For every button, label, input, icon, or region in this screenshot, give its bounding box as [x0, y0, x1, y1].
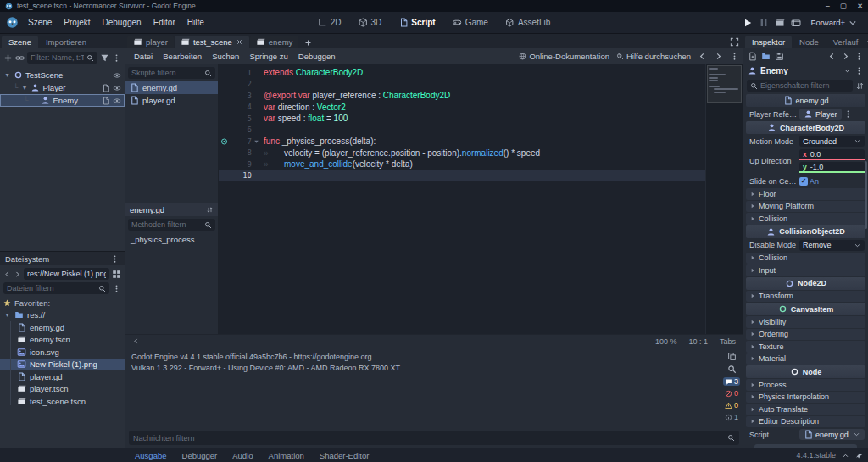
indent-type[interactable]: Tabs	[720, 337, 736, 346]
output-count-errors[interactable]: 0	[723, 389, 740, 398]
node-extra-menu-button[interactable]	[854, 66, 864, 75]
workspace-2d[interactable]: 2D	[312, 15, 348, 30]
res-root-row[interactable]: ▾ res://	[0, 309, 125, 322]
file-test-scene-tscn[interactable]: test_scene.tscn	[0, 395, 125, 408]
current-path-input[interactable]	[27, 270, 106, 278]
code-line-6[interactable]: 6	[219, 125, 705, 136]
file-new-piskel-1-png[interactable]: New Piskel (1).png	[0, 359, 125, 371]
vector-field-x[interactable]: x0.0	[799, 149, 865, 160]
code-line-3[interactable]: 3@export var player_reference : Characte…	[219, 90, 705, 102]
load-resource-button[interactable]	[761, 52, 771, 61]
inspector-group-floor[interactable]: Floor	[746, 188, 865, 200]
inspector-menu-button[interactable]	[854, 52, 864, 61]
history-forward-button[interactable]	[14, 270, 21, 278]
dropdown-motion-mode[interactable]: Grounded	[799, 136, 865, 147]
menu-debuggen[interactable]: Debuggen	[96, 15, 147, 30]
inspector-group-input[interactable]: Input	[746, 264, 865, 276]
code-line-10[interactable]: 10	[219, 170, 705, 182]
menu-projekt[interactable]: Projekt	[58, 15, 96, 30]
script-history-back-button[interactable]	[698, 52, 707, 61]
dropdown-disable-mode[interactable]: Remove	[799, 240, 865, 251]
script-picker[interactable]: enemy.gd	[799, 429, 865, 440]
inspector-group-moving-platform[interactable]: Moving Platform	[746, 201, 865, 213]
inspector-scrollbar[interactable]	[865, 161, 867, 229]
file-player-gd[interactable]: player.gd	[0, 370, 125, 383]
instantiate-scene-button[interactable]	[15, 53, 25, 63]
scene-filter-input[interactable]	[31, 53, 84, 62]
checkbox-slide-on-ceiling[interactable]: ✓	[799, 177, 808, 186]
online-docs-link[interactable]: Online-Dokumentation	[519, 52, 609, 61]
bottom-tab-animation[interactable]: Animation	[262, 450, 311, 461]
scene-tab-test-scene[interactable]: test_scene	[175, 36, 249, 48]
bottom-tab-ausgabe[interactable]: Ausgabe	[128, 450, 174, 461]
script-panel-menu-button[interactable]	[730, 52, 739, 61]
script-menu-suchen[interactable]: Suchen	[207, 50, 244, 63]
inspector-group-ordering[interactable]: Ordering	[746, 329, 865, 341]
inspector-group-collision[interactable]: Collision	[746, 253, 865, 264]
workspace-script[interactable]: Script	[392, 15, 441, 30]
script-icon[interactable]	[102, 97, 110, 105]
fold-arrow-icon[interactable]	[252, 138, 261, 145]
script-menu-debuggen[interactable]: Debuggen	[293, 50, 341, 63]
window-close-button[interactable]: ✕	[857, 2, 863, 10]
minimap-viewport[interactable]	[707, 65, 742, 103]
inspector-group-auto-translate[interactable]: Auto Translate	[746, 404, 865, 415]
save-resource-button[interactable]	[775, 52, 784, 61]
zoom-level[interactable]: 100 %	[655, 337, 677, 346]
bottom-tab-shader-editor[interactable]: Shader-Editor	[313, 450, 376, 461]
sort-methods-icon[interactable]	[206, 206, 214, 214]
resource-menu-icon[interactable]	[843, 109, 853, 119]
inspector-tab-inspektor[interactable]: Inspektor	[745, 36, 792, 48]
code-line-1[interactable]: 1extends CharacterBody2D	[219, 67, 705, 79]
code-line-9[interactable]: 9»move_and_collide(velocity * delta)	[219, 159, 705, 170]
file-enemy-tscn[interactable]: enemy.tscn	[0, 334, 125, 347]
file-icon-svg[interactable]: icon.svg	[0, 346, 125, 359]
menu-szene[interactable]: Szene	[22, 15, 58, 30]
property-filter-input[interactable]	[760, 81, 849, 90]
file-player-tscn[interactable]: player.tscn	[0, 383, 125, 396]
code-line-5[interactable]: 5var speed : float = 100	[219, 113, 705, 125]
file-enemy-gd[interactable]: enemy.gd	[0, 321, 125, 334]
inspector-group-process[interactable]: Process	[746, 379, 865, 391]
filter-options-button[interactable]	[100, 53, 109, 63]
node-options-chevron-icon[interactable]	[843, 67, 851, 75]
collapse-arrow-icon[interactable]: ▾	[3, 311, 11, 319]
search-output-button[interactable]	[727, 365, 737, 374]
inspector-tab-node[interactable]: Node	[793, 36, 826, 48]
script-menu-springe-zu[interactable]: Springe zu	[244, 50, 292, 63]
file-filter-input[interactable]	[7, 284, 96, 292]
add-node-button[interactable]	[3, 53, 13, 63]
inspector-group-physics-interpolation[interactable]: Physics Interpolation	[746, 392, 865, 404]
workspace-assetlib[interactable]: AssetLib	[499, 15, 556, 30]
movie-mode-button[interactable]	[791, 18, 801, 28]
code-line-2[interactable]: 2	[219, 79, 705, 91]
menu-editor[interactable]: Editor	[147, 15, 181, 30]
inspector-group-collision[interactable]: Collision	[746, 213, 865, 225]
play-scene-button[interactable]	[775, 18, 785, 28]
code-line-7[interactable]: 7func _physics_process(delta):	[219, 136, 705, 148]
menu-hilfe[interactable]: Hilfe	[181, 15, 210, 30]
property-sort-button[interactable]	[855, 81, 865, 91]
dock-tab-importieren[interactable]: Importieren	[39, 36, 93, 48]
scene-node-testscene[interactable]: ▾TestScene	[0, 69, 125, 81]
output-count-messages[interactable]: 3	[723, 377, 740, 386]
scene-node-enemy[interactable]: └Enemy	[0, 94, 125, 107]
method-physics-process[interactable]: _physics_process	[125, 233, 218, 246]
favorites-row[interactable]: Favoriten:	[0, 297, 125, 309]
code-minimap[interactable]	[705, 64, 743, 334]
distraction-free-button[interactable]	[730, 37, 739, 47]
collapse-arrow-icon[interactable]: ▾	[20, 84, 28, 92]
collapse-arrow-icon[interactable]: ▾	[3, 71, 11, 79]
expand-bottom-panel-icon[interactable]	[842, 452, 849, 459]
scene-tab-enemy[interactable]: enemy	[250, 36, 299, 48]
script-item-player-gd[interactable]: player.gd	[125, 94, 218, 107]
inspector-script-header[interactable]: enemy.gd	[746, 94, 865, 107]
hscroll-left-icon[interactable]	[132, 337, 140, 345]
script-history-forward-button[interactable]	[714, 52, 723, 61]
play-button[interactable]	[743, 18, 753, 28]
inspector-group-transform[interactable]: Transform	[746, 291, 865, 303]
window-minimize-button[interactable]: –	[826, 2, 830, 10]
eye-icon[interactable]	[113, 71, 121, 80]
engine-version[interactable]: 4.4.1.stable	[796, 451, 836, 459]
inspector-group-material[interactable]: Material	[746, 353, 865, 365]
